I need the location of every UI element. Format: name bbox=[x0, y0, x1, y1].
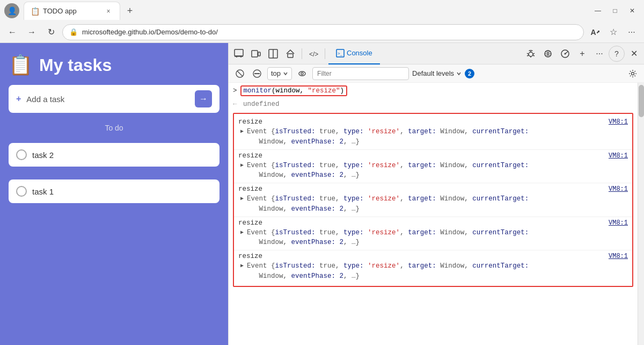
command-parens-close: ) bbox=[340, 87, 345, 95]
command-string-arg: "resize" bbox=[308, 87, 340, 95]
log-object-1: Event {isTrusted: true, type: 'resize', … bbox=[247, 127, 529, 147]
task-item-1[interactable]: task 2 bbox=[9, 143, 219, 167]
log-object-2: Event {isTrusted: true, type: 'resize', … bbox=[247, 161, 529, 181]
log-entry-2: resize VM8:1 ▶ Event {isTrusted: true, t… bbox=[234, 150, 632, 184]
back-button[interactable]: ← bbox=[4, 24, 20, 40]
expand-icon-3[interactable]: ▶ bbox=[240, 195, 244, 202]
log-object-4: Event {isTrusted: true, type: 'resize', … bbox=[247, 228, 529, 248]
add-task-row[interactable]: + Add a task → bbox=[9, 85, 219, 113]
minimize-button[interactable]: — bbox=[590, 3, 605, 18]
expand-icon-5[interactable]: ▶ bbox=[240, 262, 244, 269]
log-event-name-3: resize bbox=[238, 185, 262, 193]
task-circle-2[interactable] bbox=[16, 186, 27, 197]
more-tools-button[interactable]: ··· bbox=[591, 46, 608, 62]
log-detail-3: ▶ Event {isTrusted: true, type: 'resize'… bbox=[238, 194, 628, 214]
favorites-button[interactable]: ☆ bbox=[605, 24, 621, 40]
devtools-tabs: >_ Console bbox=[328, 43, 522, 64]
log-object-5: Event {isTrusted: true, type: 'resize', … bbox=[247, 261, 529, 282]
log-detail-1: ▶ Event {isTrusted: true, type: 'resize'… bbox=[238, 127, 628, 147]
add-tool-button[interactable]: + bbox=[574, 46, 590, 62]
clear-console-button[interactable] bbox=[233, 67, 247, 81]
close-button[interactable]: ✕ bbox=[625, 3, 640, 18]
active-tab[interactable]: 📋 TODO app × bbox=[24, 2, 120, 20]
vm-link-4[interactable]: VM8:1 bbox=[609, 219, 628, 227]
todo-panel: 📋 My tasks + Add a task → To do task 2 t… bbox=[0, 43, 228, 345]
command-parens-open: (window, bbox=[272, 87, 308, 95]
console-toolbar: top Default levels 2 bbox=[229, 64, 644, 83]
tab-close-button[interactable]: × bbox=[104, 6, 113, 16]
svg-line-19 bbox=[237, 71, 243, 76]
svg-rect-1 bbox=[252, 51, 258, 57]
todo-icon: 📋 bbox=[9, 54, 33, 76]
new-tab-button[interactable]: + bbox=[122, 3, 137, 18]
console-content[interactable]: > monitor(window, "resize") ← undefined bbox=[229, 83, 644, 345]
read-aloud-button[interactable]: A⬈ bbox=[587, 24, 603, 40]
panel-layout-button[interactable] bbox=[265, 46, 281, 62]
elements-button[interactable]: </> bbox=[305, 46, 321, 62]
log-entry-4: resize VM8:1 ▶ Event {isTrusted: true, t… bbox=[234, 217, 632, 251]
command-input-line[interactable]: > monitor(window, "resize") bbox=[229, 83, 638, 99]
home-button[interactable] bbox=[282, 46, 298, 62]
expand-icon-4[interactable]: ▶ bbox=[240, 229, 244, 235]
window-controls: — □ ✕ bbox=[590, 3, 640, 18]
add-task-plus-icon: + bbox=[16, 94, 21, 104]
more-button[interactable]: ··· bbox=[624, 24, 640, 40]
svg-point-9 bbox=[529, 52, 533, 56]
eye-button[interactable] bbox=[295, 67, 309, 81]
default-levels-selector[interactable]: Default levels bbox=[412, 69, 462, 77]
log-entry-5: resize VM8:1 ▶ Event {isTrusted: true, t… bbox=[234, 250, 632, 284]
expand-icon-1[interactable]: ▶ bbox=[240, 128, 244, 134]
scrollbar-thumb[interactable] bbox=[639, 85, 644, 117]
todo-header: 📋 My tasks bbox=[9, 54, 219, 76]
bug-icon-button[interactable] bbox=[523, 46, 539, 62]
device-emulation-button[interactable] bbox=[248, 46, 264, 62]
profile-icon[interactable]: 👤 bbox=[4, 3, 19, 18]
refresh-button[interactable]: ↻ bbox=[43, 24, 59, 40]
log-entries-block: resize VM8:1 ▶ Event {isTrusted: true, t… bbox=[233, 113, 633, 287]
svg-text:</>: </> bbox=[309, 51, 318, 58]
svg-line-12 bbox=[533, 53, 535, 54]
vm-link-3[interactable]: VM8:1 bbox=[609, 185, 628, 193]
default-levels-label: Default levels bbox=[412, 69, 454, 77]
log-entry-1: resize VM8:1 ▶ Event {isTrusted: true, t… bbox=[234, 116, 632, 150]
console-settings-button[interactable] bbox=[626, 67, 640, 81]
context-selector-label: top bbox=[271, 69, 281, 77]
command-function: monitor bbox=[244, 87, 272, 95]
tab-title: TODO app bbox=[43, 7, 100, 15]
help-button[interactable]: ? bbox=[609, 46, 625, 62]
maximize-button[interactable]: □ bbox=[608, 3, 623, 18]
performance-icon-button[interactable] bbox=[557, 46, 573, 62]
log-detail-2: ▶ Event {isTrusted: true, type: 'resize'… bbox=[238, 161, 628, 181]
log-entry-3: resize VM8:1 ▶ Event {isTrusted: true, t… bbox=[234, 183, 632, 217]
filter-input[interactable] bbox=[312, 67, 409, 80]
log-entry-3-header: resize VM8:1 bbox=[238, 185, 628, 193]
log-entry-1-header: resize VM8:1 bbox=[238, 118, 628, 126]
svg-rect-2 bbox=[258, 52, 260, 56]
network-icon-button[interactable] bbox=[540, 46, 556, 62]
task-circle-1[interactable] bbox=[16, 149, 27, 160]
log-detail-5: ▶ Event {isTrusted: true, type: 'resize'… bbox=[238, 261, 628, 282]
forward-button[interactable]: → bbox=[24, 24, 40, 40]
console-tab[interactable]: >_ Console bbox=[328, 43, 380, 64]
vm-link-1[interactable]: VM8:1 bbox=[609, 118, 628, 126]
address-bar[interactable]: 🔒 microsoftedge.github.io/Demos/demo-to-… bbox=[62, 24, 584, 40]
log-event-name-1: resize bbox=[238, 118, 262, 126]
context-selector[interactable]: top bbox=[267, 67, 292, 80]
vm-link-2[interactable]: VM8:1 bbox=[609, 152, 628, 160]
tab-favicon: 📋 bbox=[31, 7, 40, 16]
scrollbar[interactable] bbox=[638, 83, 644, 345]
vm-link-5[interactable]: VM8:1 bbox=[609, 253, 628, 260]
add-task-arrow-button[interactable]: → bbox=[195, 90, 212, 107]
disable-log-button[interactable] bbox=[250, 67, 264, 81]
close-devtools-button[interactable]: ✕ bbox=[626, 46, 642, 62]
log-event-name-4: resize bbox=[238, 219, 262, 227]
expand-icon-2[interactable]: ▶ bbox=[240, 162, 244, 168]
task-item-2[interactable]: task 1 bbox=[9, 179, 219, 203]
svg-point-23 bbox=[301, 73, 303, 75]
url-display: microsoftedge.github.io/Demos/demo-to-do… bbox=[82, 28, 577, 36]
console-inner: > monitor(window, "resize") ← undefined bbox=[229, 83, 644, 290]
error-badge: 2 bbox=[465, 69, 474, 78]
command-highlight: monitor(window, "resize") bbox=[240, 85, 348, 96]
inspect-element-button[interactable] bbox=[231, 46, 247, 62]
svg-text:>_: >_ bbox=[338, 51, 343, 56]
